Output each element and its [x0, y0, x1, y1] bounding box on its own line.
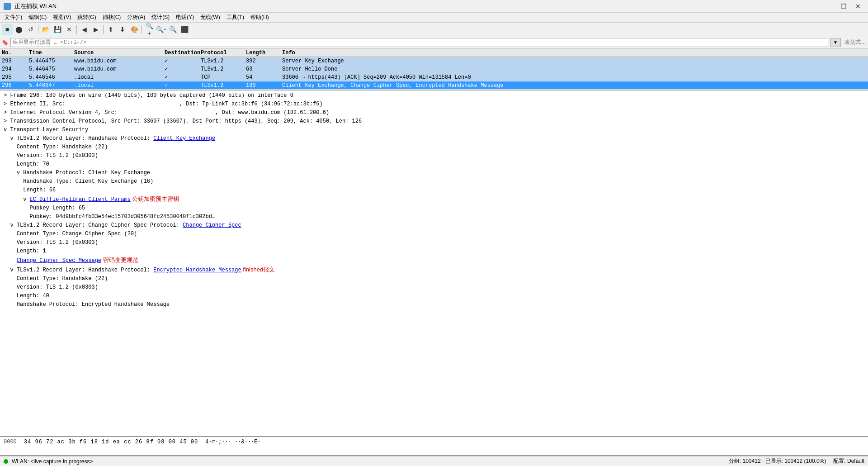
menu-bar: 文件(F) 编辑(E) 视图(V) 跳转(G) 捕获(C) 分析(A) 统计(S… [0, 13, 868, 23]
cell-len: 54 [244, 74, 280, 81]
menu-stats[interactable]: 统计(S) [149, 13, 172, 22]
detail-line: Version: TLS 1.2 (0x0303) [0, 283, 868, 292]
detail-line: Content Type: Handshake (22) [0, 143, 868, 152]
detail-line: v EC Diffie-Hellman Client Params 公钥加密预主… [0, 195, 868, 204]
detail-link[interactable]: Client Key Exchange [153, 135, 215, 142]
cell-time: 5.446546 [27, 74, 72, 81]
toolbar: ■ ⬤ ↺ 📂 💾 ✕ ◀ ▶ ⬆ ⬇ 🎨 🔍+ 🔍- 🔍 ⬛ [0, 23, 868, 36]
title-bar: 正在捕获 WLAN — ❐ ✕ [0, 0, 868, 13]
packet-row[interactable]: 295 5.446546 .local ✓ TCP 54 33606 → htt… [0, 73, 868, 81]
detail-annotation: 密码变更规范 [101, 257, 138, 263]
start-capture-btn[interactable]: ⬤ [14, 24, 24, 35]
detail-line: > Transmission Control Protocol, Src Por… [0, 117, 868, 126]
toolbar-sep-2 [76, 25, 77, 34]
capture-status-icon [4, 459, 8, 464]
packet-rows-container: 293 5.446475 www.baidu.com ✓ TLSv1.2 392… [0, 57, 868, 90]
cell-proto: TLSv1.2 [199, 82, 244, 89]
detail-line: v Transport Layer Security [0, 126, 868, 134]
title-bar-controls[interactable]: — ❐ ✕ [823, 2, 864, 11]
colorize-btn[interactable]: 🎨 [129, 24, 140, 35]
cell-len: 180 [244, 82, 280, 89]
close-button[interactable]: ✕ [852, 2, 864, 11]
packet-stats: 分组: 100412 · 已显示: 100412 (100.0%) [729, 457, 826, 465]
hex-line-0: 0000 34 96 72 ac 3b f6 18 1d ea cc 26 8f… [4, 438, 864, 446]
col-header-dest: Destination [163, 50, 199, 56]
detail-link[interactable]: Change Cipher Spec [183, 222, 241, 228]
app-icon [4, 3, 11, 10]
filter-expression-label[interactable]: 表达式… [844, 38, 866, 46]
detail-line: Content Type: Handshake (22) [0, 275, 868, 283]
cell-no: 293 [0, 58, 27, 64]
title-bar-left: 正在捕获 WLAN [4, 2, 57, 10]
detail-link[interactable]: EC Diffie-Hellman Client Params [30, 196, 131, 203]
detail-line: > Ethernet II, Src: , Dst: Tp-LinkT_ac:3… [0, 100, 868, 109]
detail-annotation: 公钥加密预主密钥 [131, 195, 179, 202]
packet-list-header: No. Time Source Destination Protocol Len… [0, 49, 868, 57]
restart-capture-btn[interactable]: ↺ [25, 24, 36, 35]
detail-line: > Internet Protocol Version 4, Src: , Ds… [0, 109, 868, 117]
close-file-btn[interactable]: ✕ [64, 24, 75, 35]
detail-line: Length: 66 [0, 186, 868, 195]
filter-bar: 🔖 ▼ 表达式… [0, 36, 868, 49]
toolbar-sep-1 [38, 25, 38, 34]
menu-view[interactable]: 视图(V) [50, 13, 74, 22]
cell-proto: TCP [199, 74, 244, 81]
open-file-btn[interactable]: 📂 [40, 24, 51, 35]
cell-src: .local [72, 74, 163, 81]
filter-input[interactable] [10, 38, 828, 47]
packet-row[interactable]: 294 5.446475 www.baidu.com ✓ TLSv1.2 63 … [0, 65, 868, 73]
filter-dropdown-btn[interactable]: ▼ [830, 38, 841, 47]
menu-goto[interactable]: 跳转(G) [75, 13, 99, 22]
cell-info: Server Hello Done [280, 66, 868, 72]
cell-time: 5.446475 [27, 66, 72, 72]
menu-file[interactable]: 文件(F) [2, 13, 25, 22]
menu-telephony[interactable]: 电话(Y) [173, 13, 197, 22]
detail-line: Version: TLS 1.2 (0x0303) [0, 238, 868, 247]
detail-line: v TLSv1.2 Record Layer: Handshake Protoc… [0, 265, 868, 275]
back-btn[interactable]: ◀ [79, 24, 90, 35]
detail-line: v TLSv1.2 Record Layer: Change Cipher Sp… [0, 221, 868, 230]
cell-info: 33606 → https(443) [ACK] Seq=209 Ack=405… [280, 74, 868, 81]
zoom-reset-btn[interactable]: 🔍 [167, 24, 178, 35]
detail-line: Handshake Type: Client Key Exchange (16) [0, 177, 868, 186]
resize-columns-btn[interactable]: ⬛ [179, 24, 190, 35]
forward-btn[interactable]: ▶ [90, 24, 101, 35]
col-header-source: Source [72, 50, 163, 56]
save-file-btn[interactable]: 💾 [52, 24, 63, 35]
col-header-no: No. [0, 50, 27, 56]
detail-line: Length: 40 [0, 292, 868, 300]
cell-time: 5.446647 [27, 82, 72, 89]
stop-capture-btn[interactable]: ■ [2, 24, 13, 35]
detail-panel: > Frame 296: 180 bytes on wire (1440 bit… [0, 90, 868, 437]
detail-link[interactable]: Encrypted Handshake Message [153, 267, 241, 273]
zoom-in-btn[interactable]: 🔍+ [144, 24, 155, 35]
maximize-button[interactable]: ❐ [837, 2, 850, 11]
menu-edit[interactable]: 编辑(E) [26, 13, 49, 22]
cell-time: 5.446475 [27, 58, 72, 64]
toolbar-sep-4 [142, 25, 142, 34]
detail-line: Content Type: Change Cipher Spec (20) [0, 230, 868, 238]
packet-row[interactable]: 293 5.446475 www.baidu.com ✓ TLSv1.2 392… [0, 57, 868, 65]
minimize-button[interactable]: — [823, 2, 835, 11]
packet-row[interactable]: 296 5.446647 .local ✓ TLSv1.2 180 Client… [0, 81, 868, 90]
menu-help[interactable]: 帮助(H) [248, 13, 272, 22]
packet-list: No. Time Source Destination Protocol Len… [0, 49, 868, 90]
scroll-up-btn[interactable]: ⬆ [105, 24, 116, 35]
menu-wireless[interactable]: 无线(W) [198, 13, 222, 22]
cell-info: Server Key Exchange [280, 58, 868, 64]
profile-label: 配置: Default [833, 457, 864, 465]
scroll-down-btn[interactable]: ⬇ [117, 24, 128, 35]
menu-tools[interactable]: 工具(T) [224, 13, 247, 22]
menu-capture[interactable]: 捕获(C) [100, 13, 124, 22]
detail-line: Pubkey Length: 65 [0, 204, 868, 213]
hex-bytes: 34 96 72 ac 3b f6 18 1d ea cc 26 8f 08 0… [24, 438, 198, 446]
filter-bar-icon: 🔖 [2, 39, 9, 46]
zoom-out-btn[interactable]: 🔍- [156, 24, 166, 35]
cell-proto: TLSv1.2 [199, 66, 244, 72]
detail-link[interactable]: Change Cipher Spec Message [17, 257, 101, 264]
menu-analyze[interactable]: 分析(A) [124, 13, 148, 22]
cell-src: .local [72, 82, 163, 89]
toolbar-sep-3 [103, 25, 104, 34]
detail-line: Pubkey: 04d9bbfc4fb33e54ec15703d305648fc… [0, 213, 868, 221]
cell-proto: TLSv1.2 [199, 58, 244, 64]
